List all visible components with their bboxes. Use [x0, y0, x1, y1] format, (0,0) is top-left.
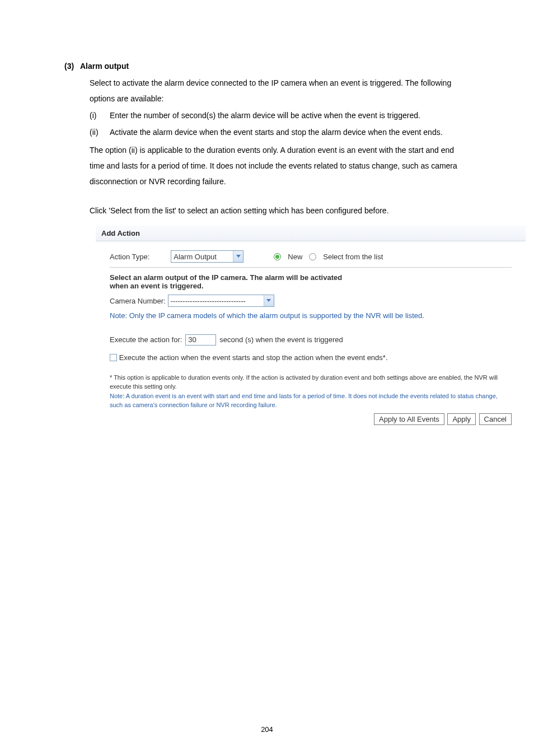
paragraph-click-hint: Click 'Select from the list' to select a… [90, 203, 470, 218]
divider [110, 267, 512, 268]
action-type-value[interactable] [171, 251, 233, 262]
execute-action-label-pre: Execute the action for: [110, 335, 182, 344]
execute-seconds-input[interactable] [185, 334, 216, 346]
heading-text: Alarm output [80, 62, 129, 71]
footnote-duration-black: * This option is applicable to duration … [110, 373, 512, 391]
paragraph-option-ii: The option (ii) is applicable to the dur… [90, 142, 470, 189]
execute-when-event-label: Execute the action when the event starts… [119, 353, 388, 362]
radio-new[interactable] [274, 253, 281, 260]
page-number: 204 [0, 725, 534, 734]
alarm-output-heading-line2: when an event is triggered. [110, 282, 512, 290]
execute-action-label-post: second (s) when the event is triggered [219, 335, 343, 344]
action-type-label: Action Type: [110, 253, 149, 261]
execute-when-event-checkbox[interactable] [110, 354, 117, 361]
camera-number-value[interactable] [168, 295, 264, 306]
camera-number-label: Camera Number: [110, 297, 166, 305]
add-action-dialog: Add Action Action Type: New Select from … [95, 225, 526, 432]
svg-marker-1 [266, 299, 271, 302]
apply-button[interactable]: Apply [447, 413, 476, 425]
list-item-ii: Activate the alarm device when the event… [110, 124, 470, 140]
camera-number-select[interactable] [168, 295, 274, 307]
list-marker-i: (i) [90, 108, 110, 123]
apply-to-all-events-button[interactable]: Apply to All Events [374, 413, 444, 425]
radio-new-label: New [288, 253, 302, 261]
chevron-down-icon[interactable] [264, 295, 274, 306]
section-heading: (3)Alarm output [64, 62, 470, 71]
chevron-down-icon[interactable] [233, 251, 243, 262]
svg-marker-0 [236, 255, 241, 258]
list-marker-ii: (ii) [90, 124, 110, 140]
radio-select-from-list[interactable] [309, 253, 316, 260]
note-supported-models: Note: Only the IP camera models of which… [110, 310, 512, 322]
heading-number: (3) [64, 62, 80, 71]
dialog-title: Add Action [96, 226, 526, 241]
footnote-duration-blue: Note: A duration event is an event with … [110, 391, 512, 410]
paragraph-intro: Select to activate the alarm device conn… [90, 75, 470, 106]
cancel-button[interactable]: Cancel [479, 413, 512, 425]
list-item-i: Enter the number of second(s) the alarm … [110, 108, 470, 123]
radio-select-label: Select from the list [323, 253, 383, 261]
alarm-output-heading-line1: Select an alarm output of the IP camera.… [110, 273, 512, 282]
action-type-select[interactable] [171, 250, 243, 263]
